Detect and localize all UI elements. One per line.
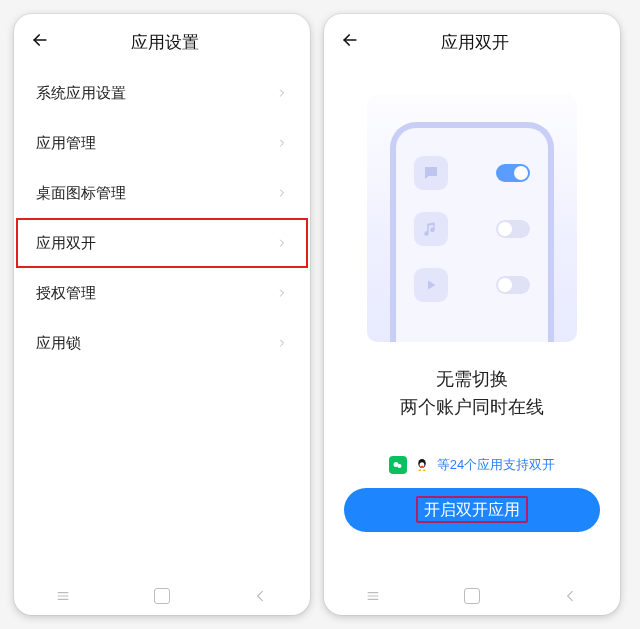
hero-line1: 无需切换 [324, 366, 620, 394]
nav-back-button[interactable] [253, 588, 269, 604]
page-title: 应用设置 [56, 31, 274, 54]
recent-apps-button[interactable] [55, 588, 71, 604]
svg-point-8 [420, 466, 424, 468]
back-button[interactable] [334, 26, 366, 59]
chevron-right-icon [276, 187, 288, 199]
qq-icon [413, 456, 431, 474]
android-navbar [14, 577, 310, 615]
settings-row-label: 应用管理 [36, 134, 276, 153]
settings-row-2[interactable]: 桌面图标管理 [14, 168, 310, 218]
settings-row-3[interactable]: 应用双开 [16, 218, 308, 268]
settings-row-label: 授权管理 [36, 284, 276, 303]
mock-phone [390, 122, 554, 342]
mock-toggle [496, 276, 530, 294]
cta-label: 开启双开应用 [416, 496, 528, 523]
titlebar-right: 应用双开 [324, 14, 620, 66]
chevron-right-icon [276, 337, 288, 349]
chat-icon [414, 156, 448, 190]
svg-point-9 [418, 469, 421, 471]
settings-row-label: 系统应用设置 [36, 84, 276, 103]
android-navbar [324, 577, 620, 615]
svg-point-5 [397, 464, 401, 468]
home-button[interactable] [464, 588, 480, 604]
phone-left: 应用设置 系统应用设置应用管理桌面图标管理应用双开授权管理应用锁 [14, 14, 310, 615]
music-icon [414, 212, 448, 246]
settings-row-1[interactable]: 应用管理 [14, 118, 310, 168]
settings-row-4[interactable]: 授权管理 [14, 268, 310, 318]
chevron-right-icon [276, 237, 288, 249]
arrow-left-icon [340, 30, 360, 50]
settings-row-label: 应用双开 [36, 234, 276, 253]
recent-apps-button[interactable] [365, 588, 381, 604]
chevron-right-icon [276, 137, 288, 149]
supported-apps-text: 等24个应用支持双开 [437, 456, 555, 474]
settings-row-0[interactable]: 系统应用设置 [14, 68, 310, 118]
enable-dual-app-button[interactable]: 开启双开应用 [344, 488, 600, 532]
settings-list: 系统应用设置应用管理桌面图标管理应用双开授权管理应用锁 [14, 66, 310, 368]
chevron-right-icon [276, 87, 288, 99]
settings-row-label: 桌面图标管理 [36, 184, 276, 203]
supported-apps-line: 等24个应用支持双开 [324, 456, 620, 474]
settings-row-label: 应用锁 [36, 334, 276, 353]
mock-app-row [396, 212, 548, 246]
titlebar-left: 应用设置 [14, 14, 310, 66]
settings-row-5[interactable]: 应用锁 [14, 318, 310, 368]
back-button[interactable] [24, 26, 56, 59]
mock-toggle [496, 220, 530, 238]
arrow-left-icon [30, 30, 50, 50]
page-title: 应用双开 [366, 31, 584, 54]
hero-line2: 两个账户同时在线 [324, 394, 620, 422]
chevron-right-icon [276, 287, 288, 299]
hero-text: 无需切换 两个账户同时在线 [324, 366, 620, 422]
mock-app-row [396, 268, 548, 302]
mock-toggle [496, 164, 530, 182]
mock-app-row [396, 156, 548, 190]
phone-right: 应用双开 无需切换 两个账户同时在线 等24个应用支持双开 开启双开应用 [324, 14, 620, 615]
hero-illustration [367, 94, 577, 342]
video-icon [414, 268, 448, 302]
home-button[interactable] [154, 588, 170, 604]
nav-back-button[interactable] [563, 588, 579, 604]
svg-point-10 [422, 469, 425, 471]
svg-marker-3 [428, 281, 436, 290]
wechat-icon [389, 456, 407, 474]
